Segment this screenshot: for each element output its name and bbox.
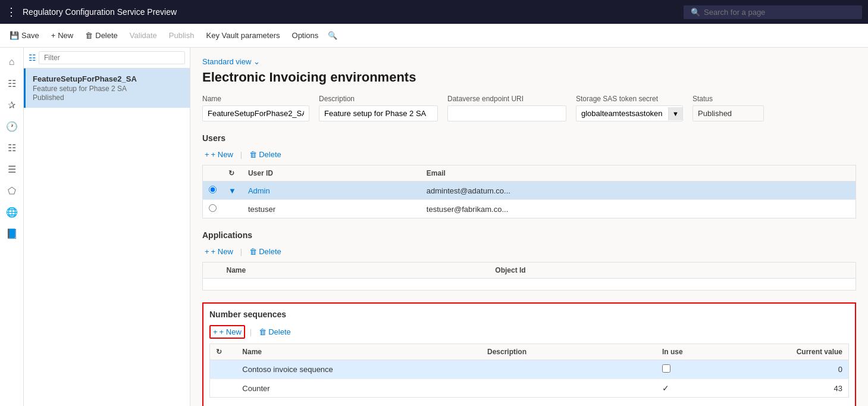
- publish-button[interactable]: Publish: [164, 29, 199, 42]
- users-table-header: ↻ User ID Email: [203, 165, 856, 182]
- users-action-bar: + + New | 🗑 Delete: [202, 149, 856, 160]
- action-separator: |: [240, 247, 242, 256]
- status-field: Status: [692, 95, 764, 121]
- options-button[interactable]: Options: [287, 29, 324, 42]
- table-empty-row: [203, 279, 856, 291]
- name-label: Name: [202, 95, 309, 103]
- num-seq-table-header: ↻ Name Description In use Current value: [210, 344, 849, 360]
- users-section-title: Users: [202, 133, 856, 143]
- col-radio: [203, 263, 221, 279]
- storage-field: Storage SAS token secret globalteamtests…: [576, 95, 683, 121]
- search-toolbar-icon[interactable]: 🔍: [328, 31, 337, 40]
- grid-icon[interactable]: ⋮: [6, 5, 17, 18]
- modules-icon[interactable]: ☷: [2, 138, 21, 157]
- users-new-button[interactable]: + + New: [202, 149, 236, 160]
- item-subtitle: Feature setup for Phase 2 SA: [33, 85, 183, 93]
- user-id-cell[interactable]: testuser: [242, 200, 421, 218]
- user-email-cell: testuser@fabrikam.co...: [421, 200, 856, 218]
- action-separator: |: [240, 150, 242, 159]
- search-bar[interactable]: 🔍: [684, 5, 862, 19]
- seq-inuse-cell[interactable]: [656, 360, 744, 379]
- workspaces-icon[interactable]: ⬠: [2, 181, 21, 200]
- col-inuse: In use: [656, 344, 744, 360]
- users-section: Users + + New | 🗑 Delete ↻ User ID: [202, 133, 856, 218]
- seq-description-cell: [481, 379, 656, 398]
- seq-value-cell: 0: [744, 360, 848, 379]
- status-label: Status: [692, 95, 764, 103]
- globe-icon[interactable]: 🌐: [2, 202, 21, 221]
- row-radio-cell[interactable]: [203, 200, 223, 218]
- num-seq-section-title: Number sequences: [209, 310, 849, 319]
- row-radio-cell[interactable]: [210, 379, 237, 398]
- book-icon[interactable]: 📘: [2, 224, 21, 243]
- sidebar-icons: ⌂ ☷ ✰ 🕐 ☷ ☰ ⬠ 🌐 📘: [0, 48, 24, 406]
- storage-dropdown-arrow[interactable]: ▼: [668, 107, 682, 120]
- applications-table: Name Object Id: [202, 262, 856, 291]
- save-icon: 💾: [10, 31, 19, 40]
- name-field: Name: [202, 95, 309, 121]
- seq-inuse-cell: ✓: [656, 379, 744, 398]
- applications-delete-button[interactable]: 🗑 Delete: [247, 246, 284, 257]
- keyvault-button[interactable]: Key Vault parameters: [201, 29, 284, 42]
- users-table: ↻ User ID Email ▼ Admin admintest@adatum…: [202, 165, 856, 218]
- filter-bar: ☷: [24, 48, 190, 68]
- row-radio-cell[interactable]: [203, 182, 223, 200]
- dataverse-input[interactable]: [447, 105, 566, 121]
- home-icon[interactable]: ⌂: [2, 52, 21, 71]
- item-title: FeatureSetupForPhase2_SA: [33, 74, 183, 83]
- filter-icon[interactable]: ☷: [29, 53, 36, 63]
- description-input[interactable]: [319, 105, 438, 121]
- storage-select[interactable]: globalteamtestsastoken: [576, 106, 668, 121]
- inuse-checkbox[interactable]: [662, 364, 670, 373]
- number-sequences-section: Number sequences + + New | 🗑 Delete ↻ Na…: [202, 302, 856, 406]
- validate-button[interactable]: Validate: [125, 29, 162, 42]
- filter-input[interactable]: [39, 51, 185, 64]
- plus-icon: +: [213, 327, 218, 336]
- plus-icon: +: [51, 31, 56, 40]
- filter-sidebar-icon[interactable]: ☷: [2, 74, 21, 93]
- users-delete-button[interactable]: 🗑 Delete: [247, 149, 284, 160]
- status-input: [692, 105, 764, 121]
- recent-icon[interactable]: 🕐: [2, 117, 21, 136]
- dataverse-field: Dataverse endpoint URI: [447, 95, 566, 121]
- applications-new-button[interactable]: + + New: [202, 246, 236, 257]
- col-radio: [203, 165, 223, 182]
- item-status: Published: [33, 93, 183, 102]
- user-id-cell[interactable]: Admin: [242, 182, 421, 200]
- new-button[interactable]: + New: [46, 29, 79, 42]
- trash-icon: 🗑: [259, 327, 267, 336]
- applications-table-header: Name Object Id: [203, 263, 856, 279]
- table-row[interactable]: testuser testuser@fabrikam.co...: [203, 200, 856, 218]
- delete-button[interactable]: 🗑 Delete: [80, 29, 123, 42]
- left-panel-item[interactable]: FeatureSetupForPhase2_SA Feature setup f…: [24, 68, 190, 108]
- view-selector[interactable]: Standard view ⌄: [202, 57, 856, 66]
- form-row: Name Description Dataverse endpoint URI …: [202, 95, 856, 121]
- num-seq-new-button[interactable]: + + New: [209, 325, 245, 339]
- checkmark-icon: ✓: [662, 383, 669, 393]
- nav-icon-5[interactable]: ☰: [2, 160, 21, 179]
- seq-name-cell[interactable]: Counter: [236, 379, 481, 398]
- storage-label: Storage SAS token secret: [576, 95, 683, 103]
- table-row[interactable]: Contoso invoice sequence 0: [210, 360, 849, 379]
- table-row[interactable]: ▼ Admin admintest@adatum.co...: [203, 182, 856, 200]
- app-title: Regulatory Configuration Service Preview: [23, 7, 678, 17]
- table-row[interactable]: Counter ✓ 43: [210, 379, 849, 398]
- toolbar: 💾 Save + New 🗑 Delete Validate Publish K…: [0, 24, 868, 48]
- view-label: Standard view: [202, 57, 251, 66]
- favorites-icon[interactable]: ✰: [2, 95, 21, 114]
- seq-name-cell[interactable]: Contoso invoice sequence: [236, 360, 481, 379]
- user-email-cell: admintest@adatum.co...: [421, 182, 856, 200]
- save-button[interactable]: 💾 Save: [5, 29, 44, 42]
- search-input[interactable]: [704, 8, 855, 17]
- seq-description-cell: [481, 360, 656, 379]
- trash-icon: 🗑: [249, 247, 257, 256]
- name-input[interactable]: [202, 105, 309, 121]
- main-layout: ⌂ ☷ ✰ 🕐 ☷ ☰ ⬠ 🌐 📘 ☷ FeatureSetupForPhase…: [0, 48, 868, 406]
- search-icon: 🔍: [691, 8, 700, 17]
- num-seq-delete-button[interactable]: 🗑 Delete: [256, 326, 293, 338]
- col-name: Name: [221, 263, 490, 279]
- row-radio-cell[interactable]: [210, 360, 237, 379]
- col-objectid: Object Id: [489, 263, 856, 279]
- left-panel: ☷ FeatureSetupForPhase2_SA Feature setup…: [24, 48, 190, 406]
- row-arrow-cell: ▼: [223, 182, 242, 200]
